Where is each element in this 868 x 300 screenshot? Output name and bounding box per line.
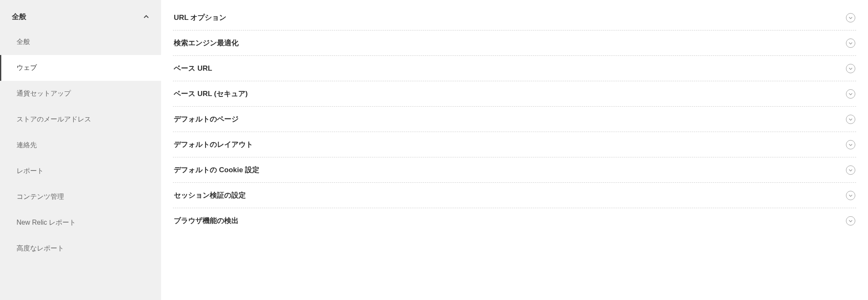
sidebar: 全般 全般 ウェブ 通貨セットアップ ストアのメールアドレス 連絡先 レポート … [0,0,161,300]
sidebar-item-web[interactable]: ウェブ [0,55,161,81]
expand-down-icon [846,64,855,73]
sidebar-item-new-relic-report[interactable]: New Relic レポート [0,210,161,236]
sidebar-item-label: New Relic レポート [17,219,76,226]
expand-down-icon [846,191,855,200]
sidebar-item-label: ストアのメールアドレス [17,116,91,123]
section-browser-capability[interactable]: ブラウザ機能の検出 [173,208,856,233]
section-title: デフォルトのページ [174,114,239,124]
sidebar-item-label: 高度なレポート [17,245,64,252]
sidebar-item-label: 連絡先 [17,141,37,149]
section-title: URL オプション [174,13,226,22]
section-base-url-secure[interactable]: ベース URL (セキュア) [173,81,856,107]
sidebar-item-contacts[interactable]: 連絡先 [0,132,161,158]
section-base-url[interactable]: ベース URL [173,56,856,81]
section-title: セッション検証の設定 [174,190,246,200]
content-panel: URL オプション 検索エンジン最適化 ベース URL ベース URL (セキュ… [161,0,868,300]
section-title: デフォルトの Cookie 設定 [174,165,259,175]
section-title: ベース URL [174,63,212,73]
sidebar-item-label: 全般 [17,38,30,45]
sidebar-item-store-email[interactable]: ストアのメールアドレス [0,107,161,132]
expand-down-icon [846,13,855,22]
expand-down-icon [846,89,855,99]
section-default-layout[interactable]: デフォルトのレイアウト [173,132,856,157]
section-url-options[interactable]: URL オプション [173,5,856,30]
section-title: 検索エンジン最適化 [174,38,239,48]
section-title: ベース URL (セキュア) [174,89,248,99]
section-title: ブラウザ機能の検出 [174,216,239,226]
sidebar-item-label: 通貨セットアップ [17,90,71,97]
sidebar-item-general[interactable]: 全般 [0,29,161,55]
sidebar-item-label: レポート [17,167,44,174]
section-title: デフォルトのレイアウト [174,140,253,149]
expand-down-icon [846,115,855,124]
expand-down-icon [846,140,855,149]
sidebar-item-currency-setup[interactable]: 通貨セットアップ [0,81,161,107]
expand-down-icon [846,216,855,226]
expand-down-icon [846,39,855,48]
sidebar-item-label: ウェブ [17,64,37,71]
sidebar-group-header-general[interactable]: 全般 [0,4,161,29]
section-session-validation[interactable]: セッション検証の設定 [173,183,856,208]
section-seo[interactable]: 検索エンジン最適化 [173,30,856,56]
sidebar-item-advanced-report[interactable]: 高度なレポート [0,236,161,261]
chevron-up-icon [143,14,149,20]
section-default-cookie[interactable]: デフォルトの Cookie 設定 [173,157,856,183]
sidebar-group-header-label: 全般 [12,12,26,22]
section-default-pages[interactable]: デフォルトのページ [173,107,856,132]
expand-down-icon [846,165,855,175]
sidebar-item-label: コンテンツ管理 [17,193,64,200]
sidebar-item-reports[interactable]: レポート [0,158,161,184]
sidebar-item-content-management[interactable]: コンテンツ管理 [0,184,161,210]
